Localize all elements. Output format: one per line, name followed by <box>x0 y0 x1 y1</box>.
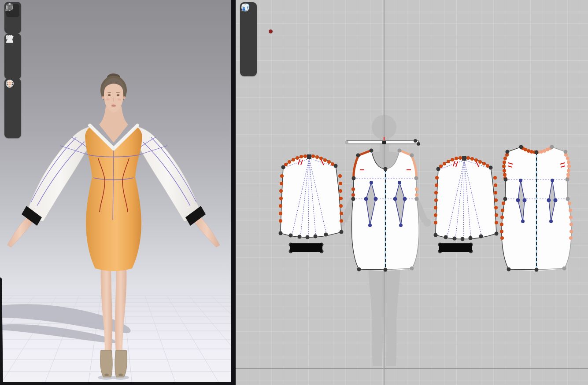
pattern-sleeve-left[interactable] <box>279 154 344 239</box>
toolbar-3d-group-view <box>4 2 21 33</box>
pattern-info-icon[interactable]: i <box>242 33 255 46</box>
2d-scene <box>236 0 588 385</box>
garment-fitting-icon[interactable] <box>6 50 19 63</box>
garment-3d-dim-icon[interactable] <box>6 18 19 31</box>
2d-pattern-viewport[interactable]: i <box>236 0 588 385</box>
3d-scene <box>0 0 231 385</box>
shoes <box>100 350 127 377</box>
fabric-front-icon[interactable] <box>242 47 255 60</box>
lock-pattern-icon[interactable] <box>242 61 255 74</box>
show-avatar-icon[interactable] <box>6 64 19 77</box>
pattern-back-bodice[interactable] <box>500 145 573 272</box>
toolbar-3d-group-show <box>4 33 21 79</box>
app-window: i <box>0 0 588 385</box>
pattern-cuff-left[interactable] <box>289 243 324 253</box>
panel-divider[interactable] <box>231 0 236 385</box>
show-garment-icon[interactable] <box>242 18 255 32</box>
avatar-skin-icon[interactable] <box>6 109 19 122</box>
pattern-sleeve-right[interactable] <box>434 156 499 241</box>
globe-grid-icon[interactable] <box>6 123 19 136</box>
fabric-back-icon[interactable] <box>6 95 19 108</box>
3d-viewport[interactable] <box>0 0 231 385</box>
bottom-edge <box>0 382 231 385</box>
pattern-cuff-right[interactable] <box>438 243 473 253</box>
toolbar-2d: i <box>240 2 257 76</box>
avatar-head <box>100 73 127 113</box>
toolbar-3d-group-material <box>4 78 21 138</box>
pattern-marker-dot[interactable] <box>269 29 273 33</box>
